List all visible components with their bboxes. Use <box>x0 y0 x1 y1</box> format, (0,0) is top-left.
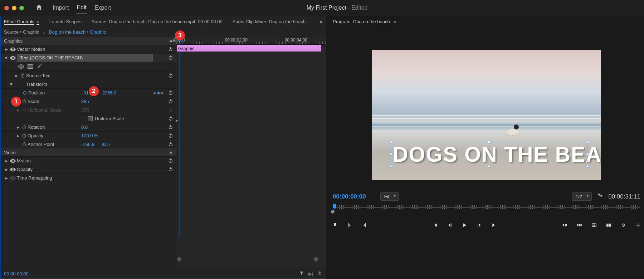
anchor-x-value[interactable]: -166.9 <box>81 142 94 147</box>
expand-icon[interactable]: ▶ <box>176 118 179 122</box>
pen-mask-button[interactable] <box>37 63 42 70</box>
mark-out-button[interactable] <box>361 222 367 228</box>
reset-icon[interactable] <box>167 158 174 163</box>
row-vector-motion[interactable]: ▶ Vector Motion <box>0 45 176 53</box>
scroll-handle-left[interactable] <box>177 257 181 261</box>
row-time-remapping[interactable]: ▶ Time Remapping <box>0 173 176 182</box>
rotation-value[interactable]: 0.0 <box>81 124 88 130</box>
comparison-view-button[interactable] <box>606 222 612 228</box>
row-source-text[interactable]: ▶ Source Text <box>0 71 176 80</box>
workspace-tab-import[interactable]: Import <box>52 2 69 14</box>
close-window-button[interactable] <box>4 6 9 10</box>
tab-lumetri-scopes[interactable]: Lumetri Scopes <box>49 19 82 24</box>
panel-menu-icon[interactable]: ≡ <box>394 19 396 24</box>
program-scrubber[interactable] <box>333 205 640 213</box>
settings-icon[interactable] <box>597 192 603 201</box>
twirl-icon[interactable]: ▶ <box>4 48 9 51</box>
section-graphics[interactable]: Graphics <box>0 37 176 45</box>
tab-source-monitor[interactable]: Source: Dog on the beach: Dog on the bea… <box>92 19 223 24</box>
row-rotation[interactable]: ▶ Rotation 0.0 <box>0 123 176 131</box>
reset-icon[interactable] <box>167 99 174 104</box>
visibility-icon[interactable] <box>9 167 17 172</box>
lift-button[interactable] <box>562 222 568 228</box>
visibility-icon[interactable] <box>9 56 17 60</box>
stopwatch-icon[interactable] <box>20 142 28 147</box>
home-icon[interactable] <box>35 4 43 13</box>
scroll-handle-right[interactable] <box>314 257 318 261</box>
visibility-icon[interactable] <box>9 47 17 52</box>
step-forward-button[interactable] <box>476 222 482 228</box>
visibility-icon[interactable] <box>9 159 17 163</box>
mark-in-button[interactable] <box>347 222 353 228</box>
rect-mask-button[interactable] <box>28 64 33 69</box>
keyframe-nav[interactable]: ◀ ◆ ▶ <box>153 90 164 95</box>
panel-menu-icon[interactable]: ≡ <box>36 19 39 24</box>
stopwatch-icon[interactable] <box>20 99 28 104</box>
go-to-in-button[interactable] <box>432 222 438 228</box>
footer-timecode[interactable]: 00:00:00:00 <box>4 271 29 276</box>
row-scale[interactable]: ▶ Scale 385 <box>0 97 176 106</box>
timeline-ruler[interactable]: 00:00 00:00:02:00 00:00:04:00 <box>176 37 326 45</box>
reset-icon[interactable] <box>167 142 174 147</box>
reset-icon[interactable] <box>167 133 174 138</box>
add-marker-button[interactable] <box>332 222 338 228</box>
row-transform[interactable]: ▶ Transform <box>0 80 176 88</box>
position-y-value[interactable]: 2256.0 <box>102 90 117 96</box>
stopwatch-icon[interactable] <box>21 90 28 95</box>
effect-timeline[interactable]: ▶ 00:00 00:00:02:00 00:00:04:00 Graphic … <box>176 37 326 269</box>
row-motion[interactable]: ▶ Motion <box>0 156 176 165</box>
export-frame-button[interactable] <box>591 222 597 228</box>
stopwatch-icon[interactable] <box>19 73 26 78</box>
opacity-value[interactable]: 100.0 % <box>81 133 98 138</box>
reset-icon[interactable] <box>167 125 174 130</box>
scrubber-handle[interactable] <box>331 210 335 214</box>
twirl-icon[interactable]: ▶ <box>5 55 8 60</box>
sequence-link[interactable]: Dog on the beach • Graphic <box>49 29 106 35</box>
twirl-icon[interactable]: ▶ <box>4 176 9 180</box>
twirl-icon[interactable]: ▶ <box>10 82 13 87</box>
tab-audio-clip-mixer[interactable]: Audio Clip Mixer: Dog on the beach <box>233 19 306 24</box>
overflow-button[interactable] <box>620 222 626 228</box>
stopwatch-icon[interactable] <box>20 125 28 129</box>
uniform-scale-checkbox[interactable]: ✓ <box>88 116 93 121</box>
twirl-icon[interactable]: ▶ <box>14 74 19 78</box>
ellipse-mask-button[interactable] <box>18 64 24 69</box>
current-timecode[interactable]: 00:00:00:00 <box>333 193 366 200</box>
reset-icon[interactable] <box>167 90 174 96</box>
apply-icon[interactable]: ▶| <box>308 271 313 276</box>
zoom-dropdown[interactable]: Fit <box>380 192 399 201</box>
twirl-icon[interactable]: ▶ <box>4 168 9 171</box>
tab-effect-controls[interactable]: Effect Controls ≡ <box>4 19 39 24</box>
visibility-icon[interactable] <box>9 176 17 180</box>
extract-button[interactable] <box>576 222 582 228</box>
anchor-y-value[interactable]: 92.7 <box>102 142 111 147</box>
button-editor-button[interactable] <box>635 222 641 228</box>
row-text-layer[interactable]: ▶ Text (DOGS ON THE BEACH) <box>0 53 176 62</box>
overflow-tabs-icon[interactable]: » <box>319 19 322 24</box>
reset-icon[interactable] <box>167 167 174 172</box>
twirl-icon[interactable]: ▶ <box>15 126 20 129</box>
minimize-window-button[interactable] <box>12 6 16 10</box>
selection-box[interactable] <box>391 142 587 166</box>
reset-icon[interactable] <box>167 47 174 52</box>
program-monitor[interactable]: DOGS ON THE BEACH <box>332 50 641 180</box>
workspace-tab-export[interactable]: Export <box>94 2 112 14</box>
stopwatch-icon[interactable] <box>20 133 28 138</box>
go-to-out-button[interactable] <box>491 222 497 228</box>
twirl-icon[interactable]: ▶ <box>4 159 9 163</box>
filter-icon[interactable] <box>299 271 304 277</box>
row-anchor-point[interactable]: Anchor Point -166.9 92.7 <box>0 140 176 148</box>
text-layer-name-input[interactable]: Text (DOGS ON THE BEACH) <box>17 54 153 62</box>
reset-icon[interactable] <box>167 55 174 60</box>
video-frame[interactable]: DOGS ON THE BEACH <box>372 50 601 180</box>
resolution-dropdown[interactable]: 1/2 <box>572 192 592 201</box>
step-back-button[interactable] <box>447 222 453 228</box>
maximize-window-button[interactable] <box>19 6 24 10</box>
row-uniform-scale[interactable]: ✓ Uniform Scale <box>0 114 176 123</box>
row-opacity-video[interactable]: ▶ Opacity <box>0 165 176 173</box>
section-video[interactable]: Video <box>0 148 176 156</box>
row-opacity-graphic[interactable]: ▶ Opacity 100.0 % <box>0 131 176 140</box>
row-position[interactable]: Position -311.1 2256.0 ◀ ◆ ▶ <box>0 88 176 97</box>
scale-value[interactable]: 385 <box>81 99 89 104</box>
reset-icon[interactable] <box>167 116 174 121</box>
